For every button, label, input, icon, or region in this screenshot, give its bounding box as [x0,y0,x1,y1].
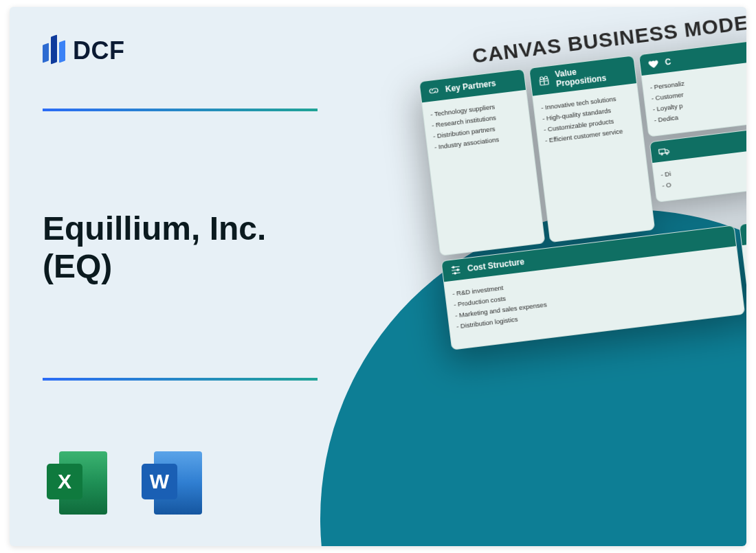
block-channels: DiO [649,128,746,203]
divider-bottom [43,378,318,381]
file-format-icons: X W [44,449,208,517]
truck-icon [657,144,671,158]
svg-point-5 [661,153,663,155]
excel-icon: X [44,449,113,517]
heart-icon [647,57,660,71]
svg-point-7 [452,267,454,269]
canvas-grid: Key Partners Technology suppliersResearc… [419,25,746,256]
sliders-icon [449,263,463,277]
word-icon: W [139,449,208,517]
block-customer-relationships: C PersonalizCustomerLoyalty pDedica [638,41,746,137]
link-icon [427,84,441,98]
svg-point-8 [457,269,459,271]
gift-icon [537,74,551,87]
brand-logo: DCF [43,32,125,70]
divider-top [43,109,318,111]
block-value-propositions: Value Propositions Innovative tech solut… [529,55,655,242]
preview-card: DCF Equillium, Inc. (EQ) X W CANVAS BUSI… [10,7,746,546]
logo-mark [43,32,66,70]
brand-name: DCF [73,36,125,65]
company-name: Equillium, Inc. [43,210,266,247]
block-key-partners: Key Partners Technology suppliersResearc… [419,69,545,256]
canvas-preview: CANVAS BUSINESS MODEL Key Partners Techn… [415,7,746,350]
company-ticker: (EQ) [43,248,112,284]
svg-point-6 [666,153,668,155]
company-title: Equillium, Inc. (EQ) [43,210,338,285]
svg-point-9 [454,272,456,274]
